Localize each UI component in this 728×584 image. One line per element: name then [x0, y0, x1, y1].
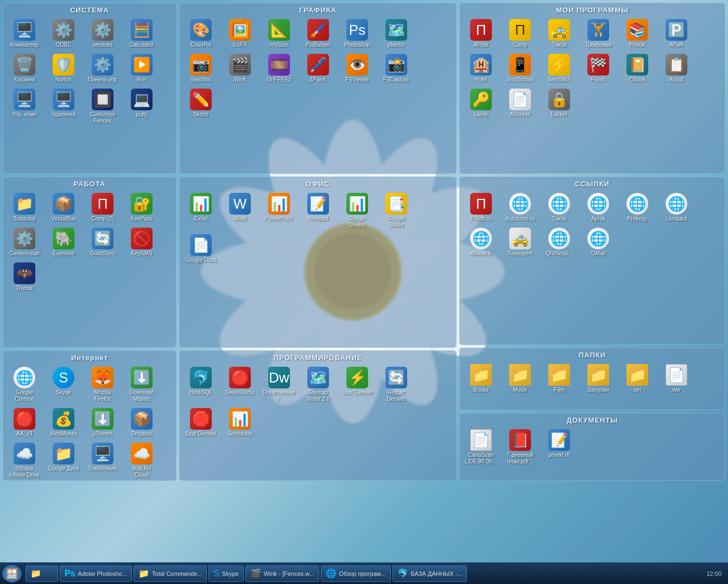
icon-excel[interactable]: 📊Excel — [182, 191, 219, 230]
icon-autolomb[interactable]: 🌐Autolomb.ru — [502, 191, 539, 224]
taskbar-skype[interactable]: S Skype — [208, 566, 243, 582]
icon-proekt-rtf[interactable]: 📝proekt.rtf — [541, 428, 578, 467]
icon-google-chrome[interactable]: 🌐Google Chrome — [6, 365, 43, 404]
icon-fscapture[interactable]: 📸FSCapture — [378, 52, 415, 85]
icon-utorrent[interactable]: ⬇️µTorrent — [84, 406, 121, 439]
icon-aprok-link[interactable]: 🌐Aprok — [580, 191, 617, 224]
taskbar-baza[interactable]: 🐬 БАЗА ДАННЫХ -... — [393, 566, 467, 582]
icon-hotel[interactable]: 🏨Hotel — [463, 52, 499, 85]
icon-gmail[interactable]: 🌐GMail — [580, 226, 617, 259]
icon-lombard[interactable]: 🌐Lombard — [658, 191, 695, 224]
icon-word[interactable]: WWord — [221, 191, 258, 230]
icon-zpaint[interactable]: 🖊️ZPaint. — [300, 52, 337, 85]
icon-ww[interactable]: 📄ww — [658, 362, 695, 395]
icon-servsms[interactable]: ⚡ServSMS — [541, 52, 578, 85]
icon-wink[interactable]: 🎬Wink — [221, 52, 258, 85]
icon-google-sheets[interactable]: 📊Google Sheets — [339, 191, 376, 230]
icon-notepad[interactable]: 📝Notepad — [300, 191, 337, 230]
icon-film[interactable]: 📁Film — [541, 362, 578, 395]
icon-totalcmd[interactable]: 📁Totalcmd — [6, 191, 43, 224]
icon-webmoney[interactable]: 💰WebMoney — [45, 406, 82, 439]
start-button[interactable]: 🪟 — [2, 565, 22, 582]
icon-taxi-link[interactable]: 🌐Такси — [541, 191, 578, 224]
icon-bitcasa[interactable]: ☁️Bitcasa Infinite Drive — [6, 441, 43, 480]
icon-dropbox[interactable]: 📦Dropbox — [123, 406, 160, 439]
icon-icofx[interactable]: 🖼️IcoFX — [221, 17, 258, 50]
icon-locker[interactable]: 🔒Locker — [541, 87, 578, 120]
icon-trnirovki[interactable]: 🏋️Трнировки — [580, 17, 617, 50]
icon-unfree[interactable]: 🎞️UnFREEz — [261, 52, 297, 85]
icon-qiwi[interactable]: 🌐QIWIкош... — [541, 226, 578, 259]
icon-plan-pdf[interactable]: 📕7-дневный план.pdf... — [502, 428, 539, 467]
icon-dreamweaver[interactable]: DwDreamweaver — [261, 365, 297, 404]
icon-google-docs[interactable]: 📄Google Docs — [182, 233, 219, 265]
icon-pmetro[interactable]: 🗺️pMetro — [378, 17, 415, 50]
icon-panel-upr[interactable]: ⚙️Панель упр — [84, 52, 121, 85]
icon-skype[interactable]: SSkype — [45, 365, 82, 404]
icon-thebat[interactable]: 🦇Thebat — [6, 261, 43, 293]
icon-heidisql[interactable]: 🐬HeidiSQL — [182, 365, 219, 404]
icon-cbook[interactable]: 📔CBook — [619, 52, 656, 85]
icon-google-slides[interactable]: 📑Google Slides — [378, 191, 415, 230]
icon-finish[interactable]: 🏁Finish — [580, 52, 617, 85]
icon-pisoft[interactable]: ПPiSoft.ru — [463, 191, 499, 224]
icon-skitch[interactable]: ✏️Skitch — [182, 87, 219, 120]
icon-alfabank[interactable]: 🌐Alfabank — [463, 226, 499, 259]
icon-canoscan[interactable]: 📄CanoScan LiDE 90 Эл... — [463, 428, 499, 467]
icon-stop-denwer[interactable]: 🛑Stop Denwer — [182, 406, 219, 439]
icon-putty[interactable]: 💻putty — [123, 87, 160, 126]
icon-fsviewer[interactable]: 👁️FSViewer — [339, 52, 376, 85]
icon-virtualbox[interactable]: 📦VirtualBox — [45, 191, 82, 224]
icon-evernote[interactable]: 🐘Evernote — [45, 226, 82, 259]
icon-musik[interactable]: 📁Musik — [502, 362, 539, 395]
icon-start-denwer[interactable]: ⚡Start Denwer — [339, 365, 376, 404]
taskbar-total-commander[interactable]: 📁 Total Commande... — [134, 566, 207, 582]
icon-lomb[interactable]: 🔑Lomb — [463, 87, 499, 120]
icon-apark[interactable]: 🅿️APark — [658, 17, 695, 50]
icon-services[interactable]: ⚙️services — [84, 17, 121, 50]
icon-aprok[interactable]: ПAProk — [463, 17, 499, 50]
icon-mozilla-firefox[interactable]: 🦊Mozilla Firefox — [84, 365, 121, 404]
icon-taxi[interactable]: 🚕Такси — [541, 17, 578, 50]
icon-calculator[interactable]: 🧮Calculator — [123, 17, 160, 50]
icon-sitemap-writer[interactable]: 🗺️Sitemap Writer 2.0 — [300, 365, 337, 404]
icon-powerpoint[interactable]: 📊PowerPoint — [261, 191, 297, 230]
icon-comp2[interactable]: ПComp (2) — [84, 191, 121, 224]
icon-smsschool[interactable]: 📱SmsSchool — [502, 52, 539, 85]
icon-restart-denwer[interactable]: 🔄Restart Denwer — [378, 365, 415, 404]
icon-stepsho[interactable]: 📷StepSho — [182, 52, 219, 85]
icon-pixbuilder[interactable]: 🖌️PixBuilder — [300, 17, 337, 50]
taskbar-chrome[interactable]: 🌐 Обзор програм... — [321, 566, 391, 582]
icon-colorpix[interactable]: 🎨ColorPix — [182, 17, 219, 50]
taskbar-wink[interactable]: 🎬 Wink - [Fences.w... — [245, 566, 319, 582]
icon-udalenka[interactable]: 🖥️Удаленка — [45, 87, 82, 126]
taskbar-photoshop[interactable]: Ps Adobe Photosho... — [60, 566, 132, 582]
icon-prokexp[interactable]: 🌐Prokexp — [619, 191, 656, 224]
icon-komputer[interactable]: 🖥️Компьютер — [6, 17, 43, 50]
icon-keysms[interactable]: 🚫KeySMS — [123, 226, 160, 259]
icon-download-master[interactable]: ⬇️Download Master — [123, 365, 160, 404]
icon-zagruzki[interactable]: 📁Загрузки — [580, 362, 617, 395]
icon-createinstall[interactable]: ⚙️CreateInstall — [6, 226, 43, 259]
icon-assist[interactable]: 📋Assist — [658, 52, 695, 85]
taskbar-file-manager[interactable]: 📁 — [26, 566, 58, 582]
icon-customize-fences[interactable]: 🔲Customize Fences — [84, 87, 121, 126]
icon-odbc[interactable]: ⚙️ODBC — [45, 17, 82, 50]
icon-goodsync[interactable]: 🔄GoodSync — [84, 226, 121, 259]
icon-teamviewer[interactable]: 🖥️TeamViewer — [84, 441, 121, 480]
icon-aschool[interactable]: 📄ASchool — [502, 87, 539, 120]
icon-run[interactable]: ▶️Run — [123, 52, 160, 85]
icon-google-disk[interactable]: 📁Google Диск — [45, 441, 82, 480]
icon-korzina[interactable]: 🗑️Корзина — [6, 52, 43, 85]
icon-mailru[interactable]: ☁️Mail.Ru Cloud — [123, 441, 160, 480]
icon-photoshop[interactable]: PsPhotoshop — [339, 17, 376, 50]
icon-set[interactable]: 📁set — [619, 362, 656, 395]
icon-books[interactable]: 📁Books — [463, 362, 499, 395]
icon-comp[interactable]: ПComp — [502, 17, 539, 50]
icon-mysize[interactable]: 📐mySize — [261, 17, 297, 50]
icon-semonitor[interactable]: 📊Semonitor — [221, 406, 258, 439]
icon-prokat[interactable]: 📚Prokat — [619, 17, 656, 50]
icon-develstudio[interactable]: 🔴DevelStudio — [221, 365, 258, 404]
icon-taxiexpert[interactable]: 🚕Taxiexpert — [502, 226, 539, 259]
icon-aa-v3[interactable]: 🔴AA_v3 — [6, 406, 43, 439]
